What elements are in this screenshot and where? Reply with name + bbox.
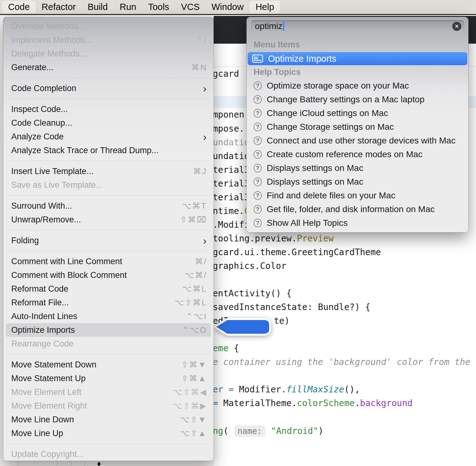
menu-separator (3, 226, 213, 234)
clear-search-button[interactable]: ✕ (452, 22, 461, 31)
code-menu-item-comment-with-line-comment[interactable]: Comment with Line Comment⌘/ (3, 255, 213, 268)
callout-arrow (211, 316, 274, 337)
help-topic-show-all-help-topics[interactable]: ?Show All Help Topics (247, 216, 468, 230)
code-menu-item-optimize-imports[interactable]: Optimize Imports⌃⌥O (6, 323, 211, 337)
menu-item-shortcut: ⌃⌥O (182, 325, 207, 335)
code-menu-item-generate[interactable]: Generate...⌘N (3, 61, 213, 74)
code-menu-item-unwrap-remove[interactable]: Unwrap/Remove...⇧⌘⌧ (3, 213, 213, 226)
menu-item-label: Comment with Line Comment (11, 257, 195, 266)
code-menu-item-code-cleanup[interactable]: Code Cleanup... (3, 116, 213, 130)
code-menu-item-auto-indent-lines[interactable]: Auto-Indent Lines⌃⌥I (3, 309, 213, 323)
menu-separator (3, 192, 213, 199)
menu-item-label: Unwrap/Remove... (11, 215, 180, 225)
code-line: terial3 (213, 178, 250, 189)
code-menu-item-move-statement-down[interactable]: Move Statement Down⇧⌘▼ (3, 358, 213, 371)
code-menu-item-surround-with[interactable]: Surround With...⌥⌘T (3, 199, 213, 213)
help-topic-label: Change iCloud settings on Mac (267, 108, 388, 118)
menubar-item-refactor[interactable]: Refactor (36, 1, 82, 13)
menu-item-label: Rearrange Code (11, 339, 207, 349)
search-result-optimize-imports[interactable]: Optimize Imports (248, 52, 467, 65)
code-line: er = Modifier.fillMaxSize(), (213, 384, 360, 395)
code-line: terial3 (213, 165, 250, 175)
help-topic-label: Displays settings on Mac (267, 163, 363, 173)
help-topic-label: Change Storage settings on Mac (267, 122, 394, 132)
help-topic-create-custom-reference-modes-on-mac[interactable]: ?Create custom reference modes on Mac (247, 148, 468, 161)
code-line: te) (274, 316, 290, 326)
menubar-item-tools[interactable]: Tools (142, 1, 175, 13)
code-menu-item-analyze-code[interactable]: Analyze Code› (3, 130, 213, 143)
help-topic-find-and-delete-files-on-your-mac[interactable]: ?Find and delete files on your Mac (247, 189, 468, 202)
menu-item-label: Code Cleanup... (11, 118, 207, 128)
menu-item-label: Update Copyright... (11, 449, 207, 459)
menu-item-shortcut: ⇧⌘▼ (181, 360, 207, 370)
menu-item-label: Move Line Up (11, 429, 180, 438)
menubar-item-run[interactable]: Run (114, 1, 142, 13)
code-menu-item-folding[interactable]: Folding› (3, 234, 213, 247)
menu-item-label: Reformat Code (11, 284, 182, 294)
help-search-popup: optimiz ✕ Menu Items Optimize Imports He… (246, 17, 469, 233)
menu-separator (3, 74, 213, 81)
question-mark-icon: ? (254, 205, 262, 214)
menu-item-label: Comment with Block Comment (11, 270, 185, 280)
help-topic-label: Displays settings on Mac (267, 177, 363, 187)
help-topic-label: Find and delete files on your Mac (267, 191, 395, 201)
code-menu-item-inspect-code[interactable]: Inspect Code... (3, 102, 213, 116)
menu-item-shortcut: ⌃O (192, 22, 207, 31)
help-search-field[interactable]: optimiz ✕ (251, 20, 464, 32)
code-menu-item-override-methods: Override Methods...⌃O (3, 19, 213, 33)
menu-item-shortcut: ⌃I (196, 35, 207, 45)
menubar-item-build[interactable]: Build (82, 1, 114, 13)
menu-item-label: Generate... (11, 63, 191, 72)
code-line: gcard (213, 69, 239, 79)
code-line: ntime.C (213, 206, 250, 216)
code-menu-item-comment-with-block-comment[interactable]: Comment with Block Comment⌥⌘/ (3, 268, 213, 282)
help-topic-change-battery-settings-on-a-mac-laptop[interactable]: ?Change Battery settings on a Mac laptop (247, 93, 468, 106)
code-menu-item-update-copyright: Update Copyright... (3, 447, 213, 461)
menu-item-label: Move Statement Up (11, 374, 181, 383)
menubar-item-help[interactable]: Help (250, 1, 280, 13)
code-menu-item-save-as-live-template: Save as Live Template... (3, 178, 213, 192)
help-topic-displays-settings-on-mac[interactable]: ?Displays settings on Mac (247, 175, 468, 189)
menu-item-label: Move Element Right (11, 401, 173, 411)
question-mark-icon: ? (254, 136, 262, 145)
search-query-text: optimiz (255, 21, 283, 31)
menubar-item-vcs[interactable]: VCS (175, 1, 206, 13)
code-line: = MaterialTheme.colorScheme.background (213, 398, 413, 409)
code-line: undatio (213, 151, 250, 162)
menu-card-icon (252, 54, 263, 63)
code-line: mponen (213, 109, 244, 120)
question-mark-icon: ? (254, 95, 262, 104)
code-line: e container using the 'background' color… (213, 357, 476, 367)
code-line: entActivity() { (213, 288, 292, 299)
question-mark-icon: ? (254, 177, 262, 186)
code-line: tooling.preview.Preview (213, 233, 334, 244)
code-menu-item-analyze-stack-trace-or-thread-dump[interactable]: Analyze Stack Trace or Thread Dump... (3, 143, 213, 157)
code-menu-item-reformat-code[interactable]: Reformat Code⌥⌘L (3, 282, 213, 296)
code-line: mpose. (213, 124, 244, 134)
menu-item-shortcut: ⇧⌘⌧ (180, 215, 207, 225)
help-topic-displays-settings-on-mac[interactable]: ?Displays settings on Mac (247, 161, 468, 175)
question-mark-icon: ? (254, 191, 262, 200)
code-menu-item-code-completion[interactable]: Code Completion› (3, 81, 213, 95)
menubar-item-window[interactable]: Window (206, 1, 250, 13)
menu-item-label: Move Statement Down (11, 360, 181, 370)
code-menu-item-move-line-down[interactable]: Move Line Down⌥⇧▼ (3, 413, 213, 426)
code-menu-item-reformat-file[interactable]: Reformat File...⌥⇧⌘L (3, 296, 213, 309)
code-menu-item-insert-live-template[interactable]: Insert Live Template...⌘J (3, 164, 213, 178)
menu-item-shortcut: ⌥⇧▼ (180, 415, 207, 425)
menu-item-label: Analyze Code (11, 132, 203, 142)
help-topic-connect-and-use-other-storage-devices-with-mac[interactable]: ?Connect and use other storage devices w… (247, 134, 468, 148)
help-topic-optimize-storage-space-on-your-mac[interactable]: ?Optimize storage space on your Mac (247, 79, 468, 93)
menu-item-label: Code Completion (11, 84, 203, 93)
code-menu-item-move-statement-up[interactable]: Move Statement Up⇧⌘▲ (3, 371, 213, 385)
menubar-item-code[interactable]: Code (2, 1, 36, 13)
help-topic-change-icloud-settings-on-mac[interactable]: ?Change iCloud settings on Mac (247, 106, 468, 120)
menu-item-shortcut: ⌥⇧⌘L (175, 298, 207, 308)
code-menu-item-move-line-up[interactable]: Move Line Up⌥⇧▲ (3, 426, 213, 440)
help-topic-get-file-folder-and-disk-information-on-mac[interactable]: ?Get file, folder, and disk information … (247, 202, 468, 216)
menu-separator (3, 351, 213, 358)
menu-item-shortcut: ⌥⌘/ (185, 270, 207, 280)
help-topic-change-storage-settings-on-mac[interactable]: ?Change Storage settings on Mac (247, 120, 468, 134)
menu-item-shortcut: ⌥⌘T (182, 201, 207, 211)
submenu-chevron-icon: › (203, 85, 206, 91)
